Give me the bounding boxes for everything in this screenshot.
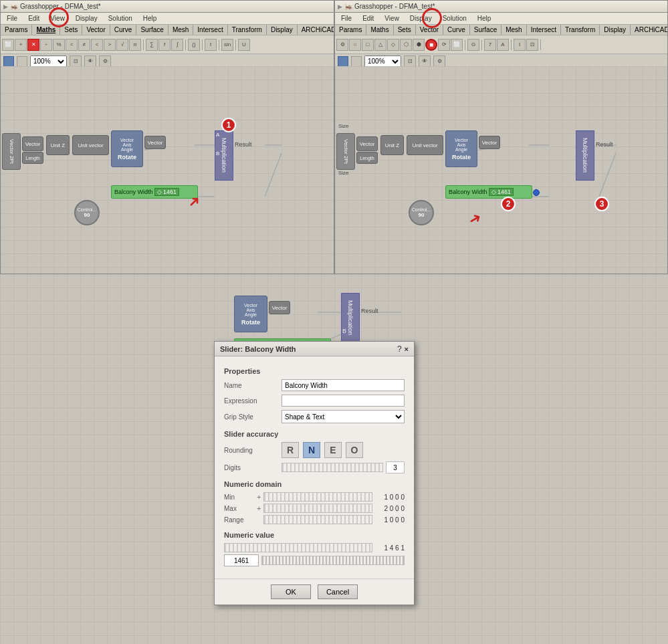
r-tab-mesh[interactable]: Mesh bbox=[502, 25, 526, 35]
zoom-fit-right[interactable]: ⊡ bbox=[404, 56, 416, 68]
node-rotate-left[interactable]: Vector Axis Angle Rotate bbox=[111, 130, 143, 167]
toolbar-op6[interactable]: = bbox=[66, 39, 78, 51]
r-tab-archicad[interactable]: ARCHiCAD bbox=[631, 25, 668, 35]
r-tb-prim2[interactable]: A bbox=[497, 39, 509, 51]
menu-edit[interactable]: Edit bbox=[25, 15, 43, 22]
tab-mesh[interactable]: Mesh bbox=[169, 25, 193, 35]
r-tb-4[interactable]: △ bbox=[374, 39, 386, 51]
zoom-settings-right[interactable]: ⚙ bbox=[433, 56, 445, 68]
r-tb-10[interactable]: ⬜ bbox=[451, 39, 463, 51]
zoom-select-left[interactable]: 100% bbox=[30, 56, 67, 68]
toolbar-op4[interactable]: ÷ bbox=[40, 39, 52, 51]
r-tb-3[interactable]: □ bbox=[362, 39, 374, 51]
node-vector-rotate-out[interactable]: Vector bbox=[144, 136, 166, 149]
numeric-value-slider[interactable] bbox=[224, 543, 372, 552]
r-tab-transform[interactable]: Transform bbox=[561, 25, 600, 35]
tab-params[interactable]: Params bbox=[1, 25, 32, 35]
r-menu-file[interactable]: File bbox=[338, 15, 355, 22]
b-node-vector-out[interactable]: Vector bbox=[269, 301, 290, 314]
r-node-vector2pt[interactable]: Vector 2Pt bbox=[336, 133, 355, 170]
value-track[interactable] bbox=[261, 556, 405, 565]
toolbar-poly2[interactable]: f bbox=[158, 39, 171, 51]
r-menu-view[interactable]: View bbox=[381, 15, 403, 22]
round-btn-O[interactable]: O bbox=[346, 442, 363, 458]
r-control-knob[interactable]: Control... 90 bbox=[409, 200, 434, 225]
digits-input[interactable] bbox=[386, 461, 405, 473]
zoom-eye-left[interactable]: 👁 bbox=[84, 56, 96, 68]
tab-surface[interactable]: Surface bbox=[136, 25, 168, 35]
r-node-vector-out[interactable]: Vector bbox=[356, 136, 378, 151]
left-canvas[interactable]: Vector 2Pt Vector Length Factor Unit Z U… bbox=[1, 66, 334, 274]
menu-solution[interactable]: Solution bbox=[105, 15, 136, 22]
toolbar-poly1[interactable]: ∑ bbox=[146, 39, 158, 51]
round-btn-R[interactable]: R bbox=[282, 442, 299, 458]
dialog-close[interactable]: × bbox=[405, 345, 409, 353]
r-tab-params[interactable]: Params bbox=[335, 25, 366, 35]
toolbar-op10[interactable]: √ bbox=[116, 39, 128, 51]
r-tab-intersect[interactable]: Intersect bbox=[527, 25, 561, 35]
round-btn-N[interactable]: N bbox=[303, 442, 320, 458]
r-node-rotate[interactable]: Vector Axis Angle Rotate bbox=[445, 130, 477, 167]
b-node-mult[interactable]: Multiplication bbox=[341, 293, 360, 343]
zoom-settings-left[interactable]: ⚙ bbox=[99, 56, 111, 68]
r-node-unitz[interactable]: Unit Z bbox=[380, 135, 404, 155]
r-tb-8[interactable]: ■ bbox=[425, 39, 437, 51]
right-canvas[interactable]: Vector 2Pt Size Size Vector Length Facto… bbox=[335, 66, 667, 274]
tab-display[interactable]: Display bbox=[267, 25, 298, 35]
tab-vector[interactable]: Vector bbox=[82, 25, 110, 35]
tab-curve[interactable]: Curve bbox=[110, 25, 137, 35]
name-input[interactable] bbox=[282, 379, 405, 391]
tab-transform[interactable]: Transform bbox=[228, 25, 267, 35]
r-tb-2[interactable]: ○ bbox=[349, 39, 361, 51]
r-tab-maths[interactable]: Maths bbox=[366, 25, 393, 35]
r-tb-input[interactable]: I bbox=[514, 39, 526, 51]
r-menu-edit[interactable]: Edit bbox=[359, 15, 377, 22]
range-slider[interactable] bbox=[263, 515, 372, 524]
dialog-question[interactable]: ? bbox=[397, 344, 402, 354]
menu-display[interactable]: Display bbox=[72, 15, 101, 22]
zoom-fit-left[interactable]: ⊡ bbox=[70, 56, 82, 68]
menu-help[interactable]: Help bbox=[140, 15, 160, 22]
digits-slider[interactable] bbox=[282, 463, 383, 472]
r-tb-6[interactable]: ⬡ bbox=[400, 39, 412, 51]
r-menu-solution[interactable]: Solution bbox=[439, 15, 470, 22]
r-tb-prim[interactable]: 7 bbox=[484, 39, 496, 51]
node-vector2pt[interactable]: Vector 2Pt bbox=[2, 133, 21, 170]
round-btn-E[interactable]: E bbox=[324, 442, 342, 458]
r-node-unitvector[interactable]: Unit vector bbox=[407, 135, 443, 155]
toolbar-trig1[interactable]: sin bbox=[221, 39, 233, 51]
r-tb-geom[interactable]: G bbox=[467, 39, 479, 51]
node-vector-out[interactable]: Vector bbox=[22, 136, 43, 151]
toolbar-op11[interactable]: π bbox=[129, 39, 141, 51]
r-menu-help[interactable]: Help bbox=[474, 15, 495, 22]
tab-sets[interactable]: Sets bbox=[60, 25, 82, 35]
r-tb-input2[interactable]: ⊡ bbox=[526, 39, 538, 51]
r-tab-sets[interactable]: Sets bbox=[394, 25, 416, 35]
r-tab-display[interactable]: Display bbox=[600, 25, 631, 35]
r-tb-1[interactable]: ⚙ bbox=[336, 39, 348, 51]
r-node-mult[interactable]: Multiplication bbox=[576, 130, 594, 181]
toolbar-poly3[interactable]: ∫ bbox=[171, 39, 183, 51]
toolbar-op3[interactable]: ✕ bbox=[27, 39, 39, 51]
r-tab-curve[interactable]: Curve bbox=[443, 25, 470, 35]
tab-archicad-left[interactable]: ARCHiCAD bbox=[298, 25, 334, 35]
r-tb-7[interactable]: ⬢ bbox=[413, 39, 425, 51]
control-knob-left[interactable]: Control... 90 bbox=[74, 200, 100, 225]
toolbar-op8[interactable]: < bbox=[91, 39, 103, 51]
value-input[interactable] bbox=[224, 554, 259, 566]
node-unitz[interactable]: Unit Z bbox=[46, 135, 70, 155]
b-node-rotate[interactable]: Vector Axis Angle Rotate bbox=[234, 296, 267, 332]
r-node-vector-rotate-out[interactable]: Vector bbox=[479, 136, 500, 149]
r-node-length[interactable]: Length bbox=[356, 152, 378, 164]
zoom-select-right[interactable]: 100% bbox=[364, 56, 401, 68]
r-tb-9[interactable]: ⟳ bbox=[438, 39, 450, 51]
tab-intersect[interactable]: Intersect bbox=[193, 25, 227, 35]
min-slider[interactable] bbox=[263, 492, 372, 502]
toolbar-util1[interactable]: U bbox=[238, 39, 250, 51]
expression-input[interactable] bbox=[282, 395, 405, 407]
node-length[interactable]: Length bbox=[22, 152, 43, 164]
toolbar-op7[interactable]: ≠ bbox=[78, 39, 90, 51]
balcony-slider-left[interactable]: Balcony Width ◇ 1461 bbox=[111, 185, 198, 199]
toolbar-op1[interactable]: ⬜ bbox=[2, 39, 14, 51]
ok-button[interactable]: OK bbox=[271, 584, 311, 599]
